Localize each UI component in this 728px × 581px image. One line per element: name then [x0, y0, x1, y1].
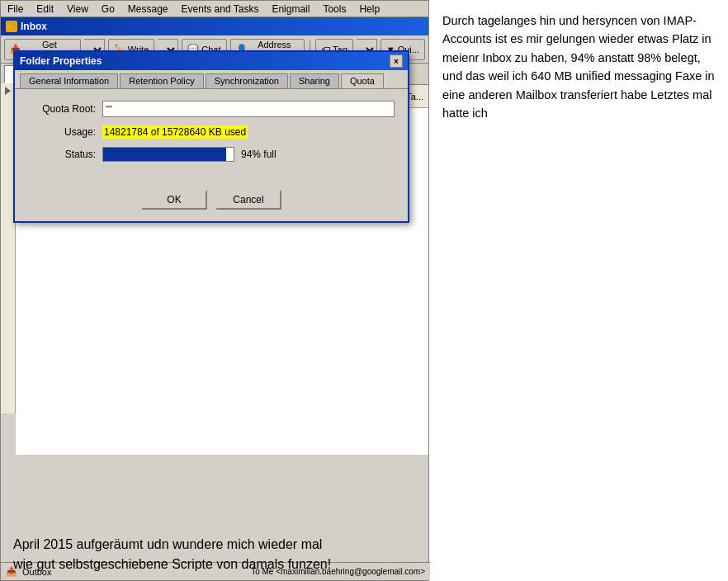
menu-go[interactable]: Go: [98, 2, 118, 16]
menu-tools[interactable]: Tools: [319, 2, 349, 16]
quota-root-row: Quota Root:: [28, 101, 395, 117]
blog-paragraph: Durch tagelanges hin und hersyncen von I…: [442, 12, 715, 123]
usage-row: Usage: 14821784 of 15728640 KB used: [28, 125, 395, 139]
folder-properties-dialog: Folder Properties × General Information …: [13, 50, 409, 223]
status-row: Status: 94% full: [28, 147, 395, 162]
usage-label: Usage:: [28, 126, 102, 138]
menu-edit[interactable]: Edit: [33, 2, 57, 16]
menu-message[interactable]: Message: [125, 2, 172, 16]
tab-general-information[interactable]: General Information: [20, 73, 118, 88]
progress-bar-fill: [103, 148, 226, 161]
menu-bar: File Edit View Go Message Events and Tas…: [1, 1, 428, 17]
ok-button[interactable]: OK: [141, 190, 207, 210]
dialog-titlebar: Folder Properties ×: [15, 52, 408, 70]
progress-bar: [102, 147, 234, 162]
tab-retention-policy[interactable]: Retention Policy: [120, 73, 204, 88]
window-title: Inbox: [21, 21, 47, 32]
expand-arrow-icon[interactable]: [5, 87, 11, 95]
tab-quota[interactable]: Quota: [341, 73, 384, 88]
dialog-close-button[interactable]: ×: [390, 54, 403, 68]
dialog-button-row: OK Cancel: [15, 182, 408, 221]
bottom-text-area: April 2015 aufgeräumt udn wundere mich w…: [0, 528, 728, 581]
menu-view[interactable]: View: [64, 2, 92, 16]
status-label: Status:: [28, 149, 102, 160]
progress-container: 94% full: [102, 147, 277, 162]
menu-enigmail[interactable]: Enigmail: [268, 2, 313, 16]
menu-file[interactable]: File: [4, 2, 26, 16]
dialog-tab-bar: General Information Retention Policy Syn…: [15, 70, 408, 89]
menu-help[interactable]: Help: [356, 2, 383, 16]
app-icon: [6, 21, 17, 32]
usage-value: 14821784 of 15728640 KB used: [102, 125, 248, 139]
cancel-button[interactable]: Cancel: [215, 190, 281, 210]
progress-label: 94% full: [241, 149, 277, 160]
thunderbird-screenshot: File Edit View Go Message Events and Tas…: [0, 0, 429, 581]
quota-root-input[interactable]: [102, 101, 395, 117]
tab-synchronization[interactable]: Synchronization: [206, 73, 288, 88]
blog-text-panel: Durch tagelanges hin und hersyncen von I…: [429, 0, 728, 135]
tab-sharing[interactable]: Sharing: [290, 73, 339, 88]
bottom-line-2: wie gut selbstgeschiebene Scripte von da…: [13, 555, 715, 574]
quota-root-label: Quota Root:: [28, 103, 102, 115]
dialog-content-area: Quota Root: Usage: 14821784 of 15728640 …: [15, 89, 408, 182]
bottom-line-1: April 2015 aufgeräumt udn wundere mich w…: [13, 535, 715, 555]
dialog-title: Folder Properties: [20, 55, 102, 67]
window-titlebar: Inbox: [1, 17, 428, 35]
menu-events[interactable]: Events and Tasks: [178, 2, 262, 16]
